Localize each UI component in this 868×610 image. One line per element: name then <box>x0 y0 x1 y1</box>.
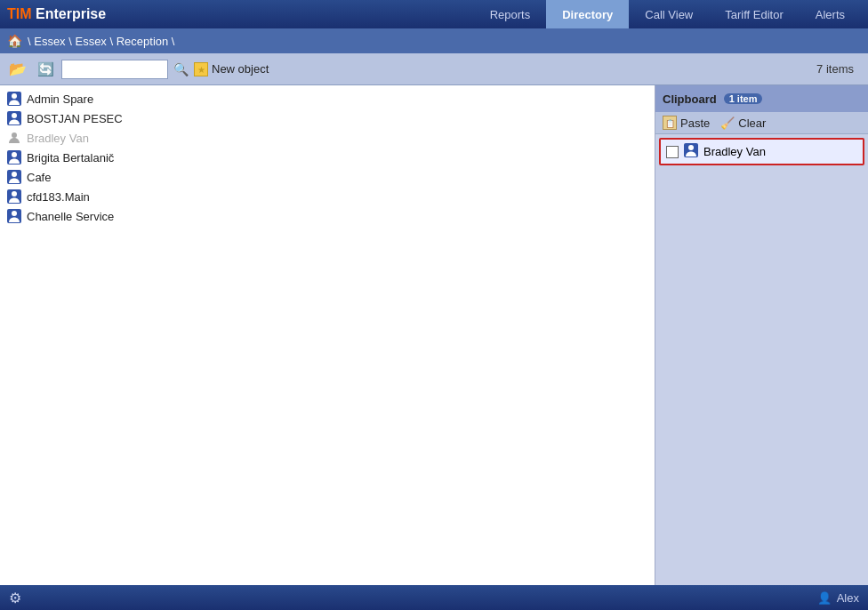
item-name: Cafe <box>27 171 51 184</box>
svg-point-14 <box>688 145 694 150</box>
main-layout: Admin SpareBOSTJAN PESECBradley VanBrigi… <box>0 85 868 585</box>
paste-button[interactable]: 📋 Paste <box>663 116 710 130</box>
item-name: Bradley Van <box>27 132 89 145</box>
list-item[interactable]: Brigita Bertalanič <box>0 148 655 167</box>
list-item[interactable]: Cafe <box>0 167 655 187</box>
logo-tim: TIM <box>7 6 32 21</box>
breadcrumb: \ Essex \ Essex \ Reception \ <box>28 35 174 48</box>
tab-alerts[interactable]: Alerts <box>800 0 861 28</box>
new-object-label: New object <box>212 62 269 76</box>
nav-tabs: Reports Directory Call View Tariff Edito… <box>124 0 861 28</box>
search-icon: 🔍 <box>173 62 189 76</box>
refresh-button[interactable]: 🔄 <box>34 60 58 79</box>
svg-point-6 <box>12 152 17 157</box>
clear-button[interactable]: 🧹 Clear <box>720 116 766 130</box>
user-icon <box>7 170 21 184</box>
svg-point-4 <box>12 132 17 138</box>
svg-point-1 <box>12 93 17 99</box>
user-icon <box>7 189 21 204</box>
top-navigation-bar: TIM Enterprise Reports Directory Call Vi… <box>0 0 868 28</box>
item-name: BOSTJAN PESEC <box>27 112 123 125</box>
user-icon <box>7 150 21 165</box>
item-name: Chanelle Service <box>27 210 114 223</box>
user-icon <box>7 209 21 223</box>
tab-callview[interactable]: Call View <box>629 0 709 28</box>
svg-point-10 <box>12 191 17 197</box>
tab-tariff-editor[interactable]: Tariff Editor <box>709 0 800 28</box>
clipboard-item-name: Bradley Van <box>703 145 766 158</box>
user-info: 👤 Alex <box>817 591 859 605</box>
toolbar: 📂 🔄 🔍 ★ New object 7 items <box>0 53 868 85</box>
clipboard-items-container: Bradley Van <box>655 134 868 585</box>
svg-point-3 <box>12 113 17 118</box>
clipboard-badge: 1 item <box>724 93 763 104</box>
user-avatar-icon: 👤 <box>817 591 832 605</box>
list-item[interactable]: Bradley Van <box>0 128 655 148</box>
logo-enterprise: Enterprise <box>36 6 106 21</box>
tab-reports[interactable]: Reports <box>474 0 547 28</box>
clipboard-item-checkbox[interactable] <box>666 146 679 158</box>
item-name: Brigita Bertalanič <box>27 151 114 165</box>
breadcrumb-bar: 🏠 \ Essex \ Essex \ Reception \ <box>0 28 868 53</box>
list-item[interactable]: BOSTJAN PESEC <box>0 108 655 128</box>
app-logo: TIM Enterprise <box>7 6 106 22</box>
new-object-icon: ★ <box>194 62 208 76</box>
svg-point-12 <box>12 211 17 216</box>
clipboard-list-item[interactable]: Bradley Van <box>659 138 864 165</box>
clipboard-title: Clipboard <box>663 92 717 106</box>
refresh-icon: 🔄 <box>37 61 54 77</box>
clear-label: Clear <box>738 116 766 130</box>
item-count: 7 items <box>816 62 854 76</box>
search-button[interactable]: 🔍 <box>172 60 190 78</box>
tab-directory[interactable]: Directory <box>546 0 629 28</box>
home-icon: 🏠 <box>7 34 22 48</box>
paste-label: Paste <box>680 116 710 130</box>
settings-icon[interactable]: ⚙ <box>9 590 21 606</box>
status-bar: ⚙ 👤 Alex <box>0 585 868 610</box>
list-item[interactable]: cfd183.Main <box>0 187 655 206</box>
clipboard-panel: Clipboard 1 item 📋 Paste 🧹 Clear Bradley… <box>655 85 868 585</box>
clipboard-actions: 📋 Paste 🧹 Clear <box>655 112 868 134</box>
username: Alex <box>837 591 859 605</box>
paste-icon: 📋 <box>663 116 677 130</box>
svg-point-8 <box>12 172 17 177</box>
directory-list: Admin SpareBOSTJAN PESECBradley VanBrigi… <box>0 85 655 585</box>
user-icon <box>7 92 21 106</box>
clear-icon: 🧹 <box>720 116 735 130</box>
item-name: cfd183.Main <box>27 190 90 204</box>
user-icon <box>7 111 21 125</box>
list-item[interactable]: Admin Spare <box>0 89 655 108</box>
list-item[interactable]: Chanelle Service <box>0 206 655 226</box>
folder-up-button[interactable]: 📂 <box>5 59 30 79</box>
item-name: Admin Spare <box>27 92 93 106</box>
new-object-button[interactable]: ★ New object <box>194 62 269 76</box>
folder-up-icon: 📂 <box>9 60 27 77</box>
clipboard-user-icon <box>684 143 698 160</box>
user-icon <box>7 131 21 145</box>
clipboard-header: Clipboard 1 item <box>655 85 868 112</box>
search-input[interactable] <box>61 60 168 79</box>
